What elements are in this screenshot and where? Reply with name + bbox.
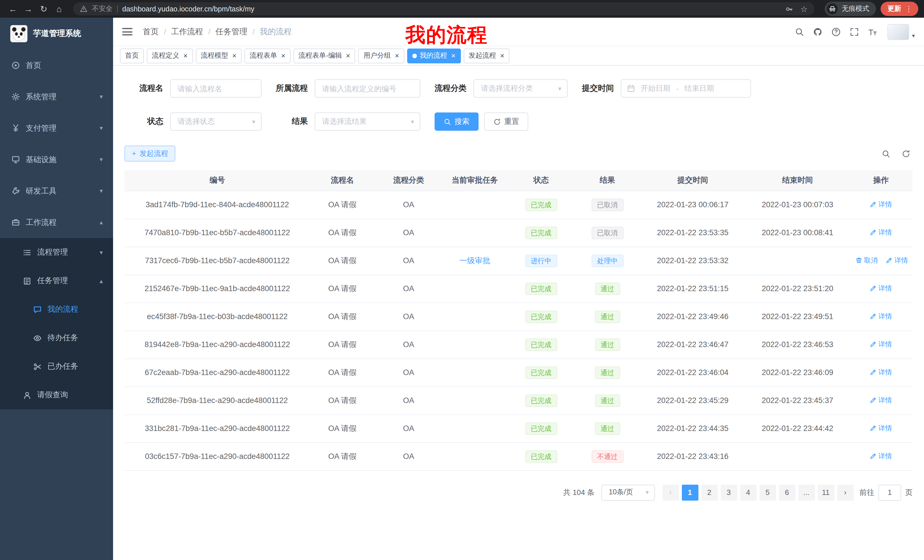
sidebar-item-task-mgmt[interactable]: 任务管理▴ <box>0 267 113 295</box>
page-ellipsis[interactable]: ... <box>798 484 814 500</box>
tools-icon <box>11 187 20 195</box>
cell-submit-time: 2022-01-22 23:49:46 <box>640 302 746 331</box>
page-button-11[interactable]: 11 <box>818 484 834 500</box>
forward-icon[interactable]: → <box>21 2 35 16</box>
process-def-input[interactable] <box>315 79 420 97</box>
cell-actions: 详情 <box>849 415 913 442</box>
page-button-5[interactable]: 5 <box>759 484 776 500</box>
next-page-button[interactable]: › <box>837 484 854 500</box>
font-size-icon[interactable] <box>868 27 877 36</box>
sidebar-item-todo-task[interactable]: 待办任务 <box>0 324 113 352</box>
page-button-2[interactable]: 2 <box>701 484 717 500</box>
chevron-down-icon: ▾ <box>646 489 649 496</box>
address-bar[interactable]: 不安全 dashboard.yudao.iocoder.cn/bpm/task/… <box>73 2 814 15</box>
cancel-button[interactable]: 取消 <box>855 256 878 265</box>
detail-button[interactable]: 详情 <box>870 228 892 238</box>
result-select[interactable]: 请选择流结果 ▾ <box>315 112 420 131</box>
github-icon[interactable] <box>813 27 822 36</box>
back-icon[interactable]: ← <box>6 2 20 16</box>
tab-用户分组[interactable]: 用户分组× <box>358 48 404 63</box>
reload-icon[interactable]: ↻ <box>36 2 51 16</box>
page-button-3[interactable]: 3 <box>720 484 737 500</box>
tab-流程表单-编辑[interactable]: 流程表单-编辑× <box>294 48 356 63</box>
sidebar-item-done-task[interactable]: 已办任务 <box>0 352 113 381</box>
prev-page-button[interactable]: ‹ <box>662 484 679 500</box>
cell-submit-time: 2022-01-22 23:43:16 <box>640 442 746 470</box>
submit-time-label: 提交时间 <box>582 83 614 94</box>
cell-result: 通过 <box>575 358 640 386</box>
browser-menu-dots-icon[interactable]: ⋮ <box>905 4 913 13</box>
status-select[interactable]: 请选择状态 ▾ <box>170 112 261 131</box>
submit-time-range-picker[interactable]: 开始日期 - 结束日期 <box>621 79 751 97</box>
detail-button[interactable]: 详情 <box>870 312 892 321</box>
sidebar-item-leave-query[interactable]: 请假查询 <box>0 381 113 409</box>
tab-流程定义[interactable]: 流程定义× <box>147 48 193 63</box>
breadcrumb-task-mgmt[interactable]: 任务管理 <box>216 27 248 37</box>
sidebar-item-devtools[interactable]: 研发工具▾ <box>0 175 113 207</box>
detail-button[interactable]: 详情 <box>870 340 892 349</box>
close-icon[interactable]: × <box>395 52 399 59</box>
reset-button[interactable]: 重置 <box>484 112 528 131</box>
cell-submit-time: 2022-01-22 23:51:15 <box>640 275 746 302</box>
page-size-select[interactable]: 10条/页 ▾ <box>602 484 655 500</box>
table-search-toggle-icon[interactable] <box>882 149 890 158</box>
tab-流程模型[interactable]: 流程模型× <box>196 48 242 63</box>
filter-row-2: 状态 请选择状态 ▾ 结果 请选择流结果 ▾ <box>124 112 913 131</box>
detail-button[interactable]: 详情 <box>886 256 908 265</box>
password-key-icon[interactable] <box>786 5 794 13</box>
close-icon[interactable]: × <box>183 52 188 59</box>
detail-button[interactable]: 详情 <box>870 200 892 210</box>
update-button[interactable]: 更新 ⋮ <box>880 2 918 16</box>
cell-actions: 详情 <box>849 331 913 358</box>
sidebar-item-process-mgmt[interactable]: 流程管理▾ <box>0 238 113 267</box>
detail-button[interactable]: 详情 <box>870 452 892 461</box>
sidebar-item-payment[interactable]: 支付管理▾ <box>0 112 113 144</box>
sidebar-item-my-process[interactable]: 我的流程 <box>0 295 113 324</box>
close-icon[interactable]: × <box>500 52 504 59</box>
bookmark-star-icon[interactable]: ☆ <box>800 4 807 13</box>
close-icon[interactable]: × <box>451 52 455 59</box>
column-header: 操作 <box>849 170 913 191</box>
fullscreen-icon[interactable] <box>850 27 859 36</box>
hamburger-icon[interactable] <box>122 28 132 35</box>
table-row: 67c2eaab-7b9a-11ec-a290-acde48001122OA 请… <box>124 358 913 386</box>
navbar-search-icon[interactable] <box>795 27 804 36</box>
sidebar-item-workflow[interactable]: 工作流程▴ <box>0 207 113 238</box>
cell-name: OA 请假 <box>310 358 375 386</box>
page-button-4[interactable]: 4 <box>740 484 756 500</box>
browser-home-icon[interactable]: ⌂ <box>52 2 66 16</box>
close-icon[interactable]: × <box>281 52 285 59</box>
sidebar-item-system[interactable]: 系统管理▾ <box>0 81 113 112</box>
close-icon[interactable]: × <box>232 52 236 59</box>
status-tag: 已完成 <box>525 422 557 435</box>
sidebar-item-infra[interactable]: 基础设施▾ <box>0 144 113 175</box>
detail-button[interactable]: 详情 <box>870 368 892 377</box>
search-button[interactable]: 搜索 <box>435 112 478 131</box>
close-icon[interactable]: × <box>346 52 350 59</box>
category-select[interactable]: 请选择流程分类 ▾ <box>473 79 568 97</box>
detail-button[interactable]: 详情 <box>870 284 892 293</box>
breadcrumb-workflow[interactable]: 工作流程 <box>171 27 203 37</box>
page-button-1[interactable]: 1 <box>682 484 698 500</box>
detail-button[interactable]: 详情 <box>870 395 892 405</box>
user-avatar[interactable]: ▾ <box>888 24 915 40</box>
task-link[interactable]: 一级审批 <box>459 256 490 265</box>
goto-page-input[interactable] <box>878 484 901 500</box>
cell-task <box>442 358 507 386</box>
avatar-image <box>888 24 909 40</box>
cell-category: OA <box>375 386 442 415</box>
tab-我的流程[interactable]: 我的流程× <box>407 48 460 63</box>
table-refresh-icon[interactable] <box>902 149 910 158</box>
breadcrumb-home[interactable]: 首页 <box>143 27 159 37</box>
detail-button[interactable]: 详情 <box>870 424 892 433</box>
breadcrumb-current: 我的流程 <box>260 27 292 37</box>
page-button-6[interactable]: 6 <box>778 484 795 500</box>
process-name-input[interactable] <box>170 79 261 97</box>
tab-流程表单[interactable]: 流程表单× <box>244 48 290 63</box>
sidebar-item-home[interactable]: 首页 <box>0 49 113 81</box>
tab-发起流程[interactable]: 发起流程× <box>464 48 509 63</box>
help-icon[interactable] <box>831 27 841 36</box>
tab-首页[interactable]: 首页 <box>120 48 144 63</box>
url-text: dashboard.yudao.iocoder.cn/bpm/task/my <box>122 5 254 13</box>
create-process-button[interactable]: + 发起流程 <box>124 145 176 162</box>
